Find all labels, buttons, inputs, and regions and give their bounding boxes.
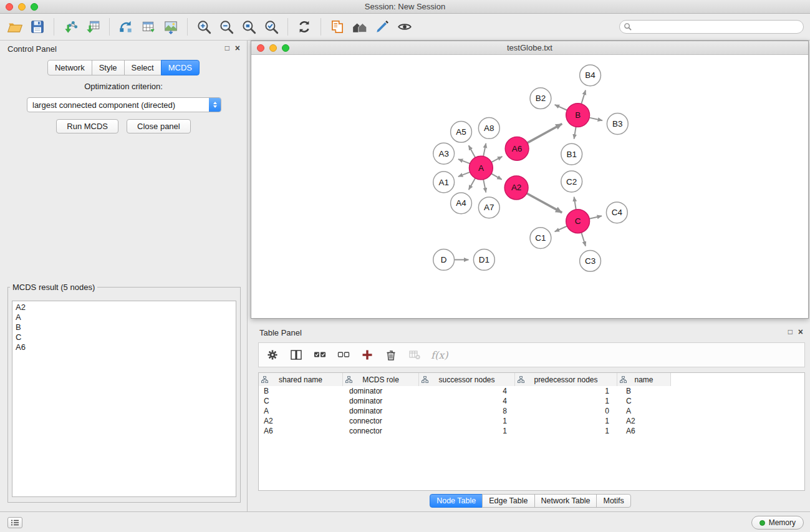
node-A3[interactable]: A3: [433, 143, 455, 164]
cell-mcds-role[interactable]: dominator: [343, 406, 419, 416]
node-A2[interactable]: A2: [504, 176, 528, 200]
import-table-db-button[interactable]: [137, 16, 160, 38]
column-header-mcds-role[interactable]: MCDS role: [343, 373, 419, 386]
edge-A-A6[interactable]: [491, 157, 502, 162]
cell-successor-nodes[interactable]: 8: [419, 406, 515, 416]
edge-A-A3[interactable]: [458, 159, 470, 163]
node-C2[interactable]: C2: [561, 171, 582, 192]
network-canvas[interactable]: B4B2BB3A8A5A6A3B1AC2A1A2A4A7C4CC1C3DD1: [251, 55, 808, 318]
function-builder-icon[interactable]: f(x): [431, 349, 448, 361]
minimize-window-button[interactable]: [18, 3, 26, 11]
zoom-out-button[interactable]: [215, 16, 238, 38]
zoom-in-button[interactable]: [193, 16, 215, 38]
edge-A-A7[interactable]: [483, 180, 486, 193]
edge-A-A1[interactable]: [458, 172, 470, 177]
cell-successor-nodes[interactable]: 4: [419, 386, 515, 396]
result-item[interactable]: C: [16, 332, 233, 342]
edge-C-C3[interactable]: [581, 233, 586, 246]
cell-mcds-role[interactable]: dominator: [343, 396, 419, 406]
edge-B-B1[interactable]: [574, 127, 576, 138]
run-mcds-button[interactable]: Run MCDS: [56, 119, 118, 133]
mcds-result-list[interactable]: A2ABCA6: [12, 301, 236, 497]
cell-name[interactable]: B: [617, 386, 671, 396]
node-B3[interactable]: B3: [607, 114, 628, 135]
deselect-all-button[interactable]: [336, 347, 351, 362]
node-A4[interactable]: A4: [451, 193, 472, 214]
network-from-web-button[interactable]: [115, 16, 137, 38]
tab-mcds[interactable]: MCDS: [161, 60, 200, 75]
edge-B-B4[interactable]: [581, 90, 586, 104]
close-panel-icon[interactable]: ×: [235, 44, 240, 52]
node-A[interactable]: A: [469, 156, 493, 180]
node-D1[interactable]: D1: [473, 249, 494, 271]
node-B4[interactable]: B4: [580, 65, 601, 86]
edge-A2-C[interactable]: [527, 193, 562, 213]
show-panels-button[interactable]: [7, 517, 22, 528]
cell-successor-nodes[interactable]: 1: [419, 416, 515, 426]
column-header-name[interactable]: name: [617, 373, 671, 386]
node-C4[interactable]: C4: [606, 202, 627, 223]
tab-network[interactable]: Network: [47, 60, 92, 75]
zoom-selected-button[interactable]: [238, 16, 260, 38]
table-row[interactable]: Bdominator41B: [259, 386, 804, 396]
zoom-network-window-button[interactable]: [282, 44, 289, 52]
float-panel-icon[interactable]: □: [225, 44, 229, 52]
node-A7[interactable]: A7: [478, 197, 499, 218]
cell-name[interactable]: C: [617, 396, 671, 406]
cell-shared-name[interactable]: A: [259, 406, 343, 416]
home-button[interactable]: [349, 16, 371, 38]
cell-predecessor-nodes[interactable]: 0: [515, 406, 617, 416]
tab-motifs[interactable]: Motifs: [596, 494, 630, 508]
cell-mcds-role[interactable]: dominator: [343, 386, 419, 396]
criterion-dropdown[interactable]: largest connected component (directed): [27, 97, 221, 112]
node-B2[interactable]: B2: [530, 88, 551, 109]
close-table-panel-icon[interactable]: ×: [798, 327, 803, 336]
import-network-file-button[interactable]: [59, 16, 82, 38]
cell-successor-nodes[interactable]: 1: [419, 426, 515, 436]
cell-successor-nodes[interactable]: 4: [419, 396, 515, 406]
close-panel-button[interactable]: Close panel: [127, 119, 191, 133]
table-row[interactable]: A6connector11A6: [259, 426, 804, 436]
edge-A-A4[interactable]: [469, 178, 475, 190]
node-C3[interactable]: C3: [580, 251, 601, 272]
edge-C-C2[interactable]: [574, 197, 576, 210]
cell-predecessor-nodes[interactable]: 1: [515, 426, 617, 436]
open-recent-session-button[interactable]: [326, 16, 349, 38]
node-A8[interactable]: A8: [478, 118, 499, 139]
edge-A-A8[interactable]: [483, 143, 486, 157]
table-row[interactable]: Adominator80A: [259, 406, 804, 416]
tab-select[interactable]: Select: [124, 60, 162, 75]
open-session-button[interactable]: [4, 16, 26, 38]
cell-predecessor-nodes[interactable]: 1: [515, 386, 617, 396]
delete-columns-button[interactable]: [383, 347, 398, 362]
cell-mcds-role[interactable]: connector: [343, 416, 419, 426]
tab-network-table[interactable]: Network Table: [534, 494, 597, 508]
select-all-button[interactable]: [312, 347, 327, 362]
minimize-network-window-button[interactable]: [269, 44, 277, 52]
tab-node-table[interactable]: Node Table: [430, 494, 483, 508]
show-graphics-details-button[interactable]: [393, 16, 416, 38]
save-session-button[interactable]: [26, 16, 49, 38]
cell-shared-name[interactable]: A6: [259, 426, 343, 436]
table-row[interactable]: A2connector11A2: [259, 416, 804, 426]
node-C[interactable]: C: [566, 210, 590, 233]
cell-shared-name[interactable]: C: [259, 396, 343, 406]
column-header-shared-name[interactable]: shared name: [259, 373, 343, 386]
cell-predecessor-nodes[interactable]: 1: [515, 416, 617, 426]
search-input[interactable]: [619, 20, 804, 34]
node-table[interactable]: shared nameMCDS rolesuccessor nodesprede…: [258, 372, 805, 491]
memory-button[interactable]: Memory: [751, 516, 804, 530]
node-A1[interactable]: A1: [433, 172, 455, 193]
column-header-predecessor-nodes[interactable]: predecessor nodes: [515, 373, 617, 386]
node-D[interactable]: D: [433, 249, 455, 271]
edge-A-A5[interactable]: [469, 145, 476, 157]
edge-A6-B[interactable]: [528, 123, 562, 143]
close-window-button[interactable]: [6, 3, 13, 11]
zoom-window-button[interactable]: [31, 3, 38, 11]
show-columns-button[interactable]: [289, 347, 304, 362]
edge-C-C1[interactable]: [555, 226, 567, 231]
result-item[interactable]: A: [16, 312, 233, 322]
result-item[interactable]: A2: [16, 302, 233, 312]
column-header-successor-nodes[interactable]: successor nodes: [419, 373, 515, 386]
node-A5[interactable]: A5: [451, 121, 472, 142]
